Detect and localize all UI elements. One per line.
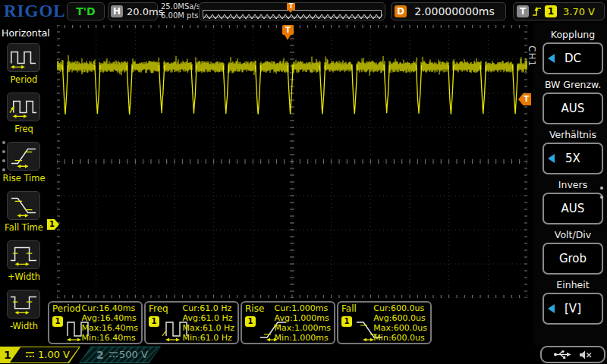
menu-channel-title: CH1 bbox=[527, 46, 537, 67]
source-badge: 1 bbox=[149, 316, 159, 327]
rise-time-icon bbox=[7, 142, 40, 171]
waveform-preview-bar[interactable]: T bbox=[199, 2, 385, 20]
channel2-tab[interactable]: 2 500 V bbox=[79, 347, 161, 363]
rigol-logo: RIGOL bbox=[4, 2, 66, 21]
fall-time-icon bbox=[7, 191, 40, 220]
rising-edge-icon bbox=[532, 5, 542, 17]
period-icon bbox=[7, 43, 40, 72]
measure-item-fall-time[interactable]: Fall Time bbox=[0, 191, 48, 235]
preview-trigger-marker[interactable]: T bbox=[287, 3, 295, 13]
timebase-value: 20.0ms bbox=[127, 6, 163, 17]
invers-button[interactable]: AUS bbox=[543, 193, 603, 224]
channel2-scale: 500 V bbox=[119, 347, 148, 362]
menu-group-volt-div: Volt/Div Grob bbox=[543, 229, 603, 275]
kopplung-button[interactable]: DC bbox=[543, 42, 603, 74]
speaker-muted-icon bbox=[579, 350, 593, 360]
menu-group-verhaeltnis: Verhältnis 5X bbox=[543, 129, 603, 174]
trigger-position-marker[interactable]: T bbox=[282, 25, 294, 41]
channel1-tab[interactable]: 1 1.00 V bbox=[0, 347, 80, 363]
menu-group-bw-grenzw: BW Grenzw. AUS bbox=[543, 79, 603, 124]
trigger-source-badge: 1 bbox=[545, 5, 557, 17]
volt-div-button[interactable]: Grob bbox=[543, 243, 603, 275]
trigger-box[interactable]: T 1 3.70 V bbox=[513, 2, 605, 20]
horizontal-timebase-box[interactable]: H 20.0ms bbox=[108, 2, 158, 20]
fall-measurement-panel[interactable]: Fall 1 Cur:600.0us Avg:600.0us Max:600.0… bbox=[337, 301, 432, 344]
graticule-area bbox=[57, 25, 527, 298]
freq-measurement-panel[interactable]: Freq 1 Cur:61.0 Hz Avg:61.0 Hz Max:61.0 … bbox=[144, 301, 239, 344]
channel1-number: 1 bbox=[0, 347, 20, 362]
delay-icon: D bbox=[395, 5, 407, 17]
source-badge: 1 bbox=[52, 316, 63, 327]
verhaeltnis-button[interactable]: 5X bbox=[543, 143, 603, 174]
preview-waveform bbox=[203, 12, 382, 22]
channel1-scale: 1.00 V bbox=[38, 347, 70, 362]
plus-width-icon bbox=[7, 240, 40, 269]
left-menu-title: Horizontal bbox=[2, 27, 50, 39]
rise-measurement-panel[interactable]: Rise 1 Cur:1.000ms Avg:1.000ms Max:1.000… bbox=[241, 301, 335, 344]
delay-value: 2.00000000ms bbox=[414, 5, 495, 17]
measure-item-freq[interactable]: Freq bbox=[0, 93, 48, 136]
menu-group-kopplung: Kopplung DC bbox=[543, 29, 603, 74]
h-icon: H bbox=[111, 5, 123, 17]
delay-box[interactable]: D 2.00000000ms bbox=[391, 2, 506, 20]
measurement-results-row: Period 1 Cur:16.40ms Avg:16.40ms Max:16.… bbox=[0, 301, 607, 345]
period-measurement-panel[interactable]: Period 1 Cur:16.40ms Avg:16.40ms Max:16.… bbox=[48, 301, 143, 344]
acquisition-info: 25.0MSa/s 6.00M pts bbox=[161, 2, 200, 20]
usb-icon bbox=[553, 350, 573, 359]
channel-status-bar: 1 1.00 V 2 500 V bbox=[0, 345, 607, 364]
ch1-waveform-trace bbox=[57, 25, 527, 298]
chevron-left-icon bbox=[548, 54, 555, 63]
freq-icon bbox=[7, 93, 40, 121]
trigger-status-label: T'D bbox=[76, 5, 95, 17]
left-measure-menu: Horizontal Period Freq bbox=[0, 23, 48, 345]
right-soft-menu: CH1 Kopplung DC BW Grenzw. AUS Verhältni… bbox=[533, 23, 607, 345]
dc-coupling-icon bbox=[25, 351, 35, 359]
measure-item-rise-time[interactable]: Rise Time bbox=[0, 142, 48, 186]
io-status-box bbox=[540, 346, 605, 363]
trigger-status-box: T'D bbox=[67, 2, 105, 20]
top-status-bar: RIGOL T'D H 20.0ms 25.0MSa/s 6.00M pts T bbox=[0, 0, 607, 23]
trigger-level-value: 3.70 V bbox=[563, 6, 595, 17]
measure-item-plus-width[interactable]: +Width bbox=[0, 240, 48, 284]
channel2-number: 2 bbox=[96, 347, 104, 362]
oscilloscope-screen: RIGOL T'D H 20.0ms 25.0MSa/s 6.00M pts T bbox=[0, 0, 607, 364]
memory-depth: 6.00M pts bbox=[161, 11, 200, 20]
menu-group-invers: Invers AUS bbox=[543, 179, 603, 224]
measure-item-period[interactable]: Period bbox=[0, 43, 48, 87]
source-badge: 1 bbox=[245, 316, 256, 327]
trigger-icon: T bbox=[517, 5, 529, 17]
source-badge: 1 bbox=[341, 316, 352, 327]
chevron-left-icon bbox=[548, 154, 555, 163]
sample-rate: 25.0MSa/s bbox=[161, 2, 200, 11]
bw-grenzw-button[interactable]: AUS bbox=[543, 93, 603, 124]
dc-coupling-icon bbox=[109, 351, 118, 359]
